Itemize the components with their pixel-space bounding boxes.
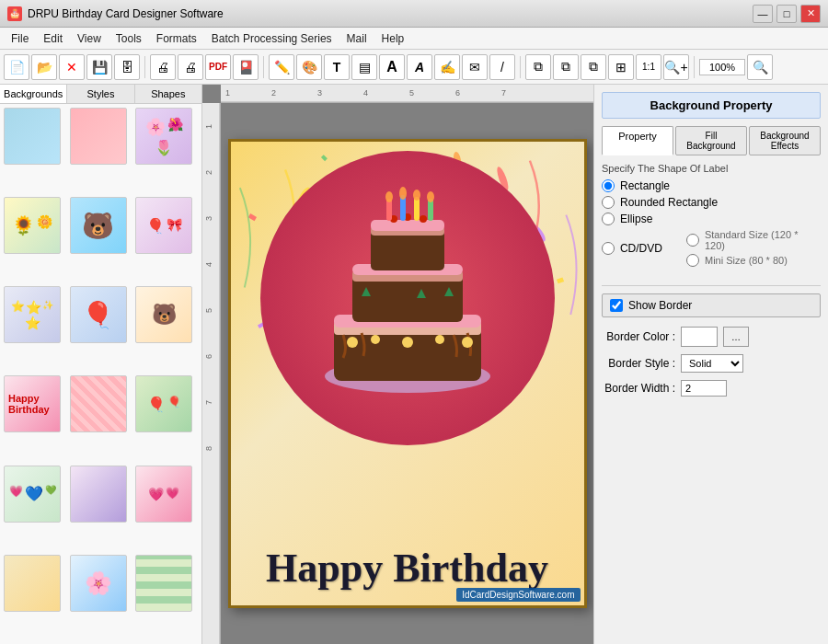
list-item[interactable] — [70, 466, 127, 523]
property-title: Background Property — [602, 92, 821, 119]
birthday-card[interactable]: Happy Birthday IdCardDesignSoftware.com — [228, 139, 587, 608]
close-button[interactable]: ✕ — [800, 5, 821, 23]
pen-button[interactable]: ✏️ — [269, 54, 294, 80]
watermark: IdCardDesignSoftware.com — [456, 588, 580, 602]
list-item[interactable]: 🎈 — [70, 286, 127, 343]
show-border-checkbox[interactable] — [610, 299, 623, 312]
card-button[interactable]: 🎴 — [233, 54, 259, 80]
border-color-browse[interactable]: … — [723, 327, 749, 347]
bar-button[interactable]: ▤ — [351, 54, 377, 80]
copy2-button[interactable]: ⧉ — [553, 54, 579, 80]
maximize-button[interactable]: □ — [776, 5, 797, 23]
list-item[interactable]: 🎈🎀 — [135, 197, 192, 254]
menu-tools[interactable]: Tools — [109, 30, 149, 47]
ratio-button[interactable]: 1:1 — [636, 54, 661, 80]
list-item[interactable]: 💗💙💚 — [4, 466, 61, 523]
cddvd-radio[interactable] — [602, 242, 615, 255]
radio-rectangle[interactable]: Rectangle — [602, 179, 821, 192]
shape-label: Specify The Shape Of Label — [602, 163, 821, 174]
menu-mail[interactable]: Mail — [339, 30, 374, 47]
grid-button[interactable]: ⊞ — [608, 54, 634, 80]
list-item[interactable]: ⭐⭐✨⭐ — [4, 286, 61, 343]
list-item[interactable]: 🌸 — [70, 555, 127, 612]
svg-rect-24 — [556, 277, 563, 283]
save-button[interactable]: 💾 — [86, 54, 112, 80]
tab-backgrounds[interactable]: Backgrounds — [0, 85, 67, 103]
ellipse-radio[interactable] — [602, 213, 615, 225]
mini-size-option[interactable]: Mini Size (80 * 80) — [686, 254, 821, 267]
tab-property[interactable]: Property — [602, 126, 673, 155]
menu-formats[interactable]: Formats — [149, 30, 204, 47]
menu-edit[interactable]: Edit — [36, 30, 70, 47]
radio-cddvd[interactable]: CD/DVD Standard Size (120 * 120) Mini Si… — [602, 229, 821, 267]
open-button[interactable]: 📂 — [31, 54, 57, 80]
list-item[interactable] — [70, 375, 127, 432]
tab-bg-effects[interactable]: Background Effects — [749, 126, 821, 155]
menu-batch[interactable]: Batch Processing Series — [204, 30, 339, 47]
card-container: Happy Birthday IdCardDesignSoftware.com — [221, 103, 593, 644]
standard-radio[interactable] — [686, 234, 699, 247]
rectangle-radio[interactable] — [602, 179, 615, 192]
paint-button[interactable]: 🎨 — [296, 54, 322, 80]
new-button[interactable]: 📄 — [4, 54, 29, 80]
standard-size-option[interactable]: Standard Size (120 * 120) — [686, 229, 821, 251]
svg-rect-23 — [247, 213, 256, 221]
radio-rounded[interactable]: Rounded Rectangle — [602, 196, 821, 209]
radio-ellipse[interactable]: Ellipse — [602, 213, 821, 225]
mini-radio[interactable] — [686, 254, 699, 267]
list-item[interactable] — [135, 555, 192, 612]
print-button[interactable]: 🖨 — [150, 54, 176, 80]
print2-button[interactable]: 🖨 — [178, 54, 203, 80]
show-border-label: Show Border — [628, 299, 692, 312]
fancy-button[interactable]: A — [407, 54, 432, 80]
border-width-row: Border Width : — [602, 380, 821, 397]
tab-fill-bg[interactable]: Fill Background — [675, 126, 747, 155]
svg-text:2: 2 — [204, 170, 213, 175]
list-item[interactable]: 🐻 — [70, 197, 127, 254]
menu-file[interactable]: File — [4, 30, 36, 47]
zoom-in-button[interactable]: 🔍+ — [663, 54, 689, 80]
copy-button[interactable]: ⧉ — [525, 54, 551, 80]
list-item[interactable] — [70, 108, 127, 165]
pdf-button[interactable]: PDF — [205, 54, 231, 80]
shape-radio-group: Rectangle Rounded Rectangle Ellipse CD/D… — [602, 179, 821, 267]
close-file-button[interactable]: ✕ — [59, 54, 85, 80]
zoom-out-button[interactable]: 🔍 — [747, 54, 773, 80]
border-style-select[interactable]: Solid Dashed Dotted Double — [681, 354, 743, 373]
svg-point-39 — [435, 335, 444, 344]
svg-point-52 — [420, 215, 427, 223]
list-item[interactable] — [4, 108, 61, 165]
textA-button[interactable]: A — [379, 54, 405, 80]
sign-button[interactable]: ✍ — [434, 54, 460, 80]
svg-point-37 — [371, 335, 380, 344]
line-button[interactable]: / — [489, 54, 515, 80]
app-title: DRPU Birthday Card Designer Software — [28, 7, 224, 20]
list-item[interactable]: Happy Birthday — [4, 375, 61, 432]
list-item[interactable]: 🌻🌼 — [4, 197, 61, 254]
svg-point-38 — [402, 337, 413, 348]
cake-circle — [260, 151, 555, 445]
save-as-button[interactable]: 🗄 — [114, 54, 140, 80]
list-item[interactable]: 🎈🎈 — [135, 375, 192, 432]
border-color-swatch[interactable] — [681, 327, 718, 347]
copy3-button[interactable]: ⧉ — [581, 54, 606, 80]
menu-help[interactable]: Help — [374, 30, 412, 47]
mail-button[interactable]: ✉ — [462, 54, 488, 80]
list-item[interactable]: 🐻 — [135, 286, 192, 343]
border-width-input[interactable] — [681, 380, 727, 397]
svg-point-36 — [347, 337, 358, 348]
tab-shapes[interactable]: Shapes — [135, 85, 201, 103]
list-item[interactable]: 💗💗 — [135, 466, 192, 523]
tab-styles[interactable]: Styles — [67, 85, 134, 103]
text-button[interactable]: T — [324, 54, 350, 80]
menu-view[interactable]: View — [70, 30, 109, 47]
list-item[interactable]: 🌸🌺🌷 — [135, 108, 192, 165]
border-color-label: Border Color : — [602, 330, 675, 343]
ruler-horizontal: 12 34 56 7 — [221, 85, 593, 103]
rounded-radio[interactable] — [602, 196, 615, 209]
main-layout: Backgrounds Styles Shapes 🌸🌺🌷 🌻🌼 🐻 — [0, 85, 828, 644]
title-bar: 🎂 DRPU Birthday Card Designer Software —… — [0, 0, 828, 28]
show-border-row[interactable]: Show Border — [602, 293, 821, 317]
minimize-button[interactable]: — — [753, 5, 773, 23]
list-item[interactable] — [4, 555, 61, 612]
